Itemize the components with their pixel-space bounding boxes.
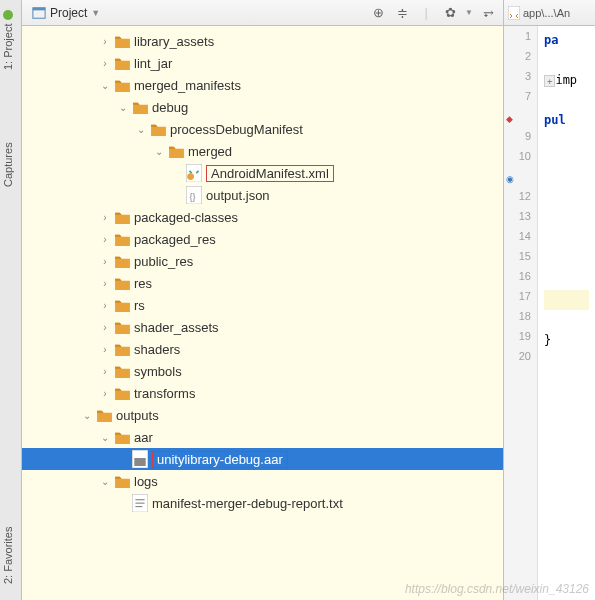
chevron-right-icon[interactable]: › (98, 276, 112, 290)
line-number: ◉ (504, 170, 537, 190)
tree-row-merged-manifests[interactable]: ⌄merged_manifests (22, 74, 503, 96)
tree-row-res[interactable]: ›res (22, 272, 503, 294)
editor-tab[interactable]: app\...\An (508, 6, 570, 20)
tree-row-transforms[interactable]: ›transforms (22, 382, 503, 404)
tree-label: outputs (116, 408, 159, 423)
chevron-down-icon[interactable]: ⌄ (134, 122, 148, 136)
tree-row-shader-assets[interactable]: ›shader_assets (22, 316, 503, 338)
xml-icon (186, 165, 202, 181)
folder-icon (114, 209, 130, 225)
code-area[interactable]: pa+imppul} (538, 26, 595, 600)
folder-icon (114, 319, 130, 335)
fold-icon[interactable]: + (544, 75, 555, 87)
tree-row-shaders[interactable]: ›shaders (22, 338, 503, 360)
tree-label: manifest-merger-debug-report.txt (152, 496, 343, 511)
chevron-down-icon[interactable]: ⌄ (80, 408, 94, 422)
tree-label: shaders (134, 342, 180, 357)
tree-label: res (134, 276, 152, 291)
tree-label: public_res (134, 254, 193, 269)
project-view-selector[interactable]: Project ▼ (28, 4, 104, 22)
line-number: 9 (504, 130, 537, 150)
side-tab-captures[interactable]: Captures (0, 120, 22, 210)
chevron-right-icon[interactable]: › (98, 364, 112, 378)
project-tree[interactable]: ›library_assets›lint_jar⌄merged_manifest… (22, 26, 503, 600)
side-tab-favorites[interactable]: 2: Favorites (0, 510, 22, 600)
xml-file-icon (508, 6, 520, 20)
chevron-down-icon[interactable]: ⌄ (116, 100, 130, 114)
folder-icon (114, 341, 130, 357)
tree-row-merged[interactable]: ⌄merged (22, 140, 503, 162)
tree-row-processdebugmanifest[interactable]: ⌄processDebugManifest (22, 118, 503, 140)
tree-row-public-res[interactable]: ›public_res (22, 250, 503, 272)
tree-row-androidmanifest-xml[interactable]: ›AndroidManifest.xml (22, 162, 503, 184)
gear-icon[interactable]: ✿ (441, 4, 459, 22)
tree-row-unitylibrary-debug-aar[interactable]: ›unitylibrary-debug.aar (22, 448, 503, 470)
chevron-right-icon[interactable]: › (98, 210, 112, 224)
tree-label: processDebugManifest (170, 122, 303, 137)
chevron-down-icon[interactable]: ⌄ (98, 474, 112, 488)
svg-rect-1 (33, 7, 45, 10)
tree-label: lint_jar (134, 56, 172, 71)
svg-point-3 (187, 173, 194, 180)
side-tab-project[interactable]: 1: Project (0, 0, 22, 80)
code-line (544, 350, 589, 370)
folder-icon (114, 55, 130, 71)
tree-label: unitylibrary-debug.aar (152, 451, 288, 468)
code-text: pul (544, 113, 566, 127)
svg-rect-12 (508, 6, 520, 20)
code-line (544, 170, 589, 190)
tree-row-library-assets[interactable]: ›library_assets (22, 30, 503, 52)
code-line (544, 190, 589, 210)
line-number: 15 (504, 250, 537, 270)
tree-row-lint-jar[interactable]: ›lint_jar (22, 52, 503, 74)
tree-row-debug[interactable]: ⌄debug (22, 96, 503, 118)
editor-tab-bar: app\...\An (504, 0, 595, 26)
line-number: 1 (504, 30, 537, 50)
tree-row-manifest-merger-debug-report-txt[interactable]: ›manifest-merger-debug-report.txt (22, 492, 503, 514)
code-line: pa (544, 30, 589, 50)
folder-icon (168, 143, 184, 159)
chevron-right-icon[interactable]: › (98, 320, 112, 334)
code-line (544, 210, 589, 230)
collapse-icon[interactable]: ≑ (393, 4, 411, 22)
chevron-right-icon[interactable]: › (98, 386, 112, 400)
tree-row-packaged-classes[interactable]: ›packaged-classes (22, 206, 503, 228)
chevron-right-icon[interactable]: › (98, 34, 112, 48)
line-number: 19 (504, 330, 537, 350)
tree-row-rs[interactable]: ›rs (22, 294, 503, 316)
code-line: pul (544, 110, 589, 130)
tree-row-outputs[interactable]: ⌄outputs (22, 404, 503, 426)
chevron-down-icon[interactable]: ⌄ (98, 78, 112, 92)
side-tab-bar: 1: Project Captures 2: Favorites (0, 0, 22, 600)
folder-icon (114, 473, 130, 489)
chevron-right-icon[interactable]: › (98, 56, 112, 70)
chevron-right-icon[interactable]: › (98, 298, 112, 312)
line-number: 2 (504, 50, 537, 70)
aar-icon (132, 451, 148, 467)
tree-label: logs (134, 474, 158, 489)
tree-row-aar[interactable]: ⌄aar (22, 426, 503, 448)
project-icon (32, 6, 46, 20)
divider: | (417, 4, 435, 22)
line-number: 16 (504, 270, 537, 290)
line-number: 20 (504, 350, 537, 370)
chevron-right-icon[interactable]: › (98, 232, 112, 246)
tree-row-packaged-res[interactable]: ›packaged_res (22, 228, 503, 250)
chevron-down-icon[interactable]: ⌄ (152, 144, 166, 158)
chevron-down-icon[interactable]: ⌄ (98, 430, 112, 444)
code-line (544, 150, 589, 170)
editor-pane: app\...\An 1237◆910◉121314151617181920 p… (503, 0, 595, 600)
tree-row-output-json[interactable]: ›{}output.json (22, 184, 503, 206)
code-text: pa (544, 33, 558, 47)
chevron-right-icon[interactable]: › (98, 254, 112, 268)
target-icon[interactable]: ⊕ (369, 4, 387, 22)
tree-row-symbols[interactable]: ›symbols (22, 360, 503, 382)
tree-label: shader_assets (134, 320, 219, 335)
line-number: 12 (504, 190, 537, 210)
tree-row-logs[interactable]: ⌄logs (22, 470, 503, 492)
chevron-right-icon[interactable]: › (98, 342, 112, 356)
hide-icon[interactable]: ⥅ (479, 4, 497, 22)
tree-label: aar (134, 430, 153, 445)
code-text: imp (555, 73, 577, 87)
line-gutter: 1237◆910◉121314151617181920 (504, 26, 538, 600)
